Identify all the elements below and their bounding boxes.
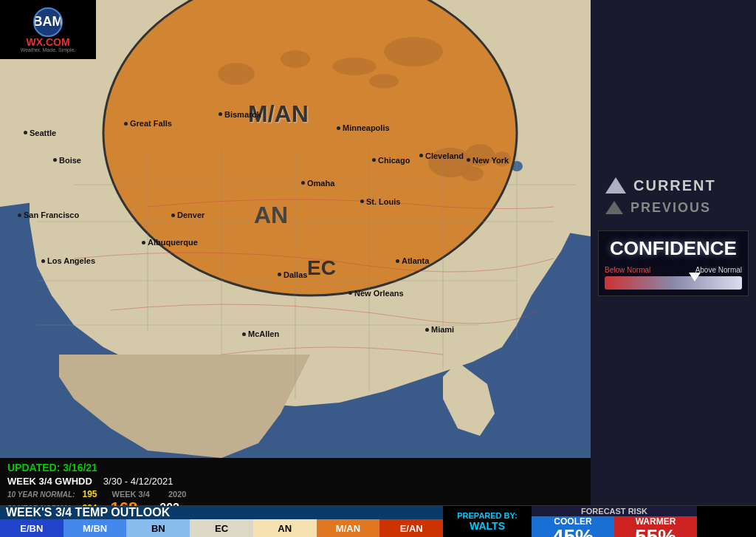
legend-box-e-an: E/AN xyxy=(379,519,443,537)
logo-area: BAM WX.COM Weather. Made. Simple. xyxy=(0,0,96,59)
ten-year-label: 10 YEAR NORMAL: xyxy=(7,490,75,499)
normals-row: 10 YEAR NORMAL: 195 WEEK 3/4 2020 xyxy=(7,489,583,499)
ten-year-value: 195 xyxy=(83,489,97,499)
strip-right-top xyxy=(591,458,756,505)
confidence-title: CONFIDENCE xyxy=(605,237,742,260)
risk-values: COOLER 45% WARMER 55% xyxy=(532,516,697,537)
week-row: WEEK 3/4 GWHDD 3/30 - 4/12/2021 xyxy=(7,476,583,487)
warmer-pct: 55% xyxy=(635,527,676,537)
city-new-orleans: New Orleans xyxy=(348,289,404,298)
week34-header: WEEK 3/4 xyxy=(112,490,150,499)
city-los-angeles: Los Angeles xyxy=(41,256,95,265)
city-minneapolis: Minneapolis xyxy=(337,123,390,132)
city-san-francisco: San Francisco xyxy=(18,211,79,219)
current-arrow-icon xyxy=(605,177,626,194)
city-denver: Denver xyxy=(171,211,205,219)
prepared-by-label: PREPARED BY: xyxy=(457,511,518,520)
previous-label: PREVIOUS xyxy=(630,200,711,216)
an-zone-label: AN xyxy=(254,202,288,229)
arrows-section: CURRENT PREVIOUS xyxy=(598,163,749,230)
week-label: WEEK 3/4 GWHDD xyxy=(7,476,92,487)
city-mcallen: McAllen xyxy=(242,329,279,338)
city-new-york: New York xyxy=(467,156,509,165)
city-seattle: Seattle xyxy=(24,129,56,137)
city-dallas: Dallas xyxy=(278,270,307,279)
main-container: M/AN AN EC Seattle Great Falls Bismarck … xyxy=(0,0,756,537)
city-atlanta: Atlanta xyxy=(396,256,429,265)
legend-box-m-an: M/AN xyxy=(317,519,380,537)
forecast-risk: FORECAST RISK COOLER 45% WARMER 55% xyxy=(532,506,697,537)
legend-box-ec: EC xyxy=(190,519,253,537)
prepared-section: PREPARED BY: WALTS xyxy=(443,506,532,537)
confidence-bar xyxy=(605,276,742,290)
city-omaha: Omaha xyxy=(301,179,334,188)
ec-zone-label: EC xyxy=(307,256,336,280)
city-st-louis: St. Louis xyxy=(360,197,400,206)
week-outlook-label: WEEK'S 3/4 TEMP OUTLOOK xyxy=(0,506,443,519)
legend-left: WEEK'S 3/4 TEMP OUTLOOK E/BNM/BNBNECANM/… xyxy=(0,506,443,537)
logo-circle: BAM xyxy=(33,7,63,37)
confidence-bar-container: Below Normal Above Normal xyxy=(605,266,742,290)
above-normal-label: Above Normal xyxy=(695,266,742,274)
right-panel: CURRENT PREVIOUS CONFIDENCE Below Normal… xyxy=(591,0,756,458)
current-label: CURRENT xyxy=(633,177,716,194)
date-range: 3/30 - 4/12/2021 xyxy=(103,476,173,487)
legend-box-e-bn: E/BN xyxy=(0,519,63,537)
risk-warmer: WARMER 55% xyxy=(614,516,697,537)
confidence-section: CONFIDENCE Below Normal Above Normal xyxy=(598,230,749,296)
logo-bam-text: BAM xyxy=(33,14,63,30)
logo-wx-text: WX.COM xyxy=(26,37,69,47)
forecast-risk-title: FORECAST RISK xyxy=(532,506,697,516)
strip-left: UPDATED: 3/16/21 WEEK 3/4 GWHDD 3/30 - 4… xyxy=(0,458,591,505)
right-panel-content: CURRENT PREVIOUS CONFIDENCE Below Normal… xyxy=(598,7,749,451)
previous-arrow-icon xyxy=(605,201,623,214)
cooler-pct: 45% xyxy=(552,527,594,537)
city-cleveland: Cleveland xyxy=(419,151,464,160)
risk-cooler: COOLER 45% xyxy=(532,516,614,537)
legend-box-an: AN xyxy=(253,519,317,537)
updated-row: UPDATED: 3/16/21 xyxy=(7,462,583,473)
city-bismarck: Bismarck xyxy=(219,110,261,119)
confidence-indicator xyxy=(689,273,701,281)
map-area: M/AN AN EC Seattle Great Falls Bismarck … xyxy=(0,0,591,458)
updated-label: UPDATED: 3/16/21 xyxy=(7,462,97,473)
legend-box-m-bn: M/BN xyxy=(63,519,127,537)
logo-tagline-text: Weather. Made. Simple. xyxy=(21,47,76,52)
legend-boxes: E/BNM/BNBNECANM/ANE/AN xyxy=(0,519,443,537)
below-normal-label: Below Normal xyxy=(605,266,650,274)
city-albuquerque: Albuquerque xyxy=(142,238,198,247)
city-miami: Miami xyxy=(425,325,454,334)
legend-strip: WEEK'S 3/4 TEMP OUTLOOK E/BNM/BNBNECANM/… xyxy=(0,506,756,537)
city-great-falls: Great Falls xyxy=(124,119,172,128)
city-chicago: Chicago xyxy=(372,156,410,165)
map-svg xyxy=(0,0,591,458)
city-boise: Boise xyxy=(53,156,81,165)
previous-row: PREVIOUS xyxy=(605,200,741,216)
bottom-strip: UPDATED: 3/16/21 WEEK 3/4 GWHDD 3/30 - 4… xyxy=(0,458,756,537)
current-row: CURRENT xyxy=(605,177,741,194)
legend-box-bn: BN xyxy=(126,519,190,537)
strip-top: UPDATED: 3/16/21 WEEK 3/4 GWHDD 3/30 - 4… xyxy=(0,458,756,506)
confidence-bar-labels: Below Normal Above Normal xyxy=(605,266,742,274)
year-header: 2020 xyxy=(168,490,186,499)
prepared-name: WALTS xyxy=(470,520,505,532)
